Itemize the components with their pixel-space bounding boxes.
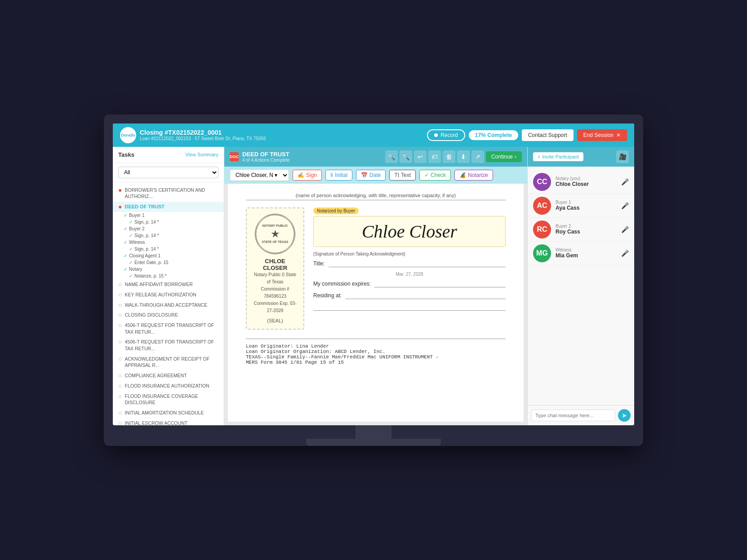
avatar-notary: CC [533,173,551,191]
task-filter-select[interactable]: All [118,167,218,178]
sign-button[interactable]: ✍ Sign [293,170,322,181]
check-icon-witness: ✓ [124,240,127,245]
participant-notary: CC Notary (you) Chloe Closer 🎤 [528,170,634,194]
contact-support-button[interactable]: Contact Support [522,129,574,141]
task-item-borrower[interactable]: ● BORROWER'S CERTIFICATION AND AUTHORIZ.… [113,185,224,202]
check-icon-buyer1: ✓ [124,213,127,218]
seal-label: (SEAL) [252,318,298,323]
residing-line [345,292,506,299]
signature-label: (Signature of Person Taking Acknowledgme… [313,251,506,256]
avatar-buyer1: AC [533,197,551,215]
task-sub-buyer1[interactable]: ✓ Buyer 1 [113,212,224,219]
participants-list: CC Notary (you) Chloe Closer 🎤 AC Buyer … [528,167,634,405]
participant-name-witness: Mia Gem [556,252,617,259]
video-toggle-button[interactable]: 🎥 [616,150,629,163]
header-right: Record 17% Complete Contact Support End … [427,129,627,141]
task-item-amortization[interactable]: ○INITIAL AMORTIZATION SCHEDULE [113,408,224,418]
seal-circle: NOTARY PUBLIC ★ STATE OF TEXAS [255,214,295,254]
chat-input[interactable] [531,410,615,421]
task-sub-notary-notarize[interactable]: ✓ Notarize, p. 15 * [113,273,224,279]
task-item-deed[interactable]: ● DEED OF TRUST [113,202,224,212]
sidebar-header: Tasks View Summary [113,147,224,163]
invite-participant-button[interactable]: + Invite Participant [533,152,583,161]
task-sub-closing-agent[interactable]: ✓ Closing Agent 1 [113,252,224,259]
status-dot: ○ [118,281,122,287]
close-icon: ✕ [616,132,621,138]
send-message-button[interactable]: ➤ [618,409,631,422]
notarize-icon: 🔏 [459,172,466,178]
delete-button[interactable]: 🗑 [443,150,455,163]
text-icon: Tt [394,172,399,178]
download-button[interactable]: ⬇ [457,150,470,163]
task-sub-buyer1-sign[interactable]: ✓ Sign, p. 14 * [113,219,224,225]
mic-icon-notary[interactable]: 🎤 [621,178,629,185]
mic-icon-buyer1[interactable]: 🎤 [621,202,629,209]
panel-header: + Invite Participant 🎥 [528,147,634,167]
task-item-name-affidavit[interactable]: ○NAME AFFIDAVIT BORROWER [113,279,224,290]
task-item-flood-coverage[interactable]: ○FLOOD INSURANCE COVERAGE DISCLOSURE [113,391,224,408]
notarize-button[interactable]: 🔏 Notarize [454,170,493,181]
tag-button[interactable]: 🏷 [428,150,441,163]
signer-select[interactable]: Chloe Closer, N ▾ [230,169,289,181]
chevron-right-icon: › [515,154,516,160]
chat-area: ➤ [528,405,634,425]
record-button[interactable]: Record [427,129,465,141]
document-footer: Loan Originator: Lina Lender Loan Origin… [246,339,506,365]
zoom-out-button[interactable]: 🔍 [400,150,412,163]
continue-button[interactable]: Continue › [486,151,522,162]
check-button[interactable]: ✓ Check [419,170,451,181]
mic-icon-witness[interactable]: 🎤 [621,250,629,257]
task-item-4506-2[interactable]: ○4506-T REQUEST FOR TRANSCRIPT OF TAX RE… [113,337,224,353]
task-item-4506-1[interactable]: ○4506-T REQUEST FOR TRANSCRIPT OF TAX RE… [113,320,224,337]
task-item-escrow[interactable]: ○INITIAL ESCROW ACCOUNT DISCLOSURE STATE… [113,418,224,425]
share-button[interactable]: ↗ [471,150,484,163]
doc-type-icon: DOC [230,152,239,161]
task-sub-witness[interactable]: ✓ Witness [113,239,224,246]
check-icon: ✓ [129,247,133,251]
commission-line [374,280,506,287]
check-icon-notary: ✓ [124,267,127,272]
status-dot: ○ [118,372,122,379]
undo-button[interactable]: ↩ [414,150,427,163]
zoom-in-button[interactable]: 🔍 [385,150,398,163]
participant-name-buyer1: Aya Cass [556,205,617,211]
task-sub-witness-sign[interactable]: ✓ Sign, p. 14 * [113,246,224,252]
participant-role-buyer2: Buyer 2 [556,224,617,229]
progress-button[interactable]: 17% Complete [469,130,518,140]
document-actions-count: 4 of 4 Actions Complete [242,158,290,163]
notary-tooltip: Notarized by Buyer [313,207,359,214]
view-summary-link[interactable]: View Summary [185,152,218,157]
main-layout: Tasks View Summary All ● BORROWER'S CERT… [113,147,634,425]
status-dot: ○ [118,383,122,389]
participant-role-notary: Notary (you) [556,176,617,181]
text-button[interactable]: Tt Text [389,170,416,181]
task-item-acknowledgment[interactable]: ○ACKNOWLEDGMENT OF RECEIPT OF APPRAISAL … [113,354,224,370]
sign-icon: ✍ [298,172,304,178]
mic-icon-buyer2[interactable]: 🎤 [621,226,629,233]
notary-name: CHLOE CLOSER [252,258,298,271]
status-dot: ○ [118,410,122,416]
task-sub-buyer2[interactable]: ✓ Buyer 2 [113,225,224,232]
avatar-buyer2: RC [533,220,551,238]
document-content: (name of person acknowledging, with titl… [228,184,524,422]
task-sub-closing-date[interactable]: ✓ Enter Date, p. 15 [113,259,224,266]
task-item-flood-auth[interactable]: ○FLOOD INSURANCE AUTHORIZATION [113,381,224,391]
sidebar: Tasks View Summary All ● BORROWER'S CERT… [113,147,224,425]
task-item-compliance[interactable]: ○COMPLIANCE AGREEMENT [113,370,224,381]
check-icon: ✓ [129,260,133,265]
end-session-button[interactable]: End Session ✕ [577,129,627,141]
task-sub-notary[interactable]: ✓ Notary [113,266,224,273]
task-item-key-release[interactable]: ○KEY RELEASE AUTHORIZATION [113,290,224,300]
task-sub-buyer2-sign[interactable]: ✓ Sign, p. 14 * [113,232,224,239]
doc-title-section: DOC DEED OF TRUST 4 of 4 Actions Complet… [230,151,290,163]
app-logo: Dorado [120,127,136,143]
signature-box: Chloe Closer [313,216,506,247]
right-panel: + Invite Participant 🎥 CC Notary (you) C… [527,147,634,425]
stand-neck [356,425,391,439]
task-item-closing-disc[interactable]: ○CLOSING DISCLOSURE [113,310,224,320]
star-icon: ★ [271,228,279,240]
checkmark-icon: ✓ [424,172,429,178]
initial-button[interactable]: Ii Initial [325,170,352,181]
date-button[interactable]: 📅 Date [356,170,386,181]
task-item-walkthrough[interactable]: ○WALK-THROUGH AND ACCEPTANCE [113,300,224,310]
